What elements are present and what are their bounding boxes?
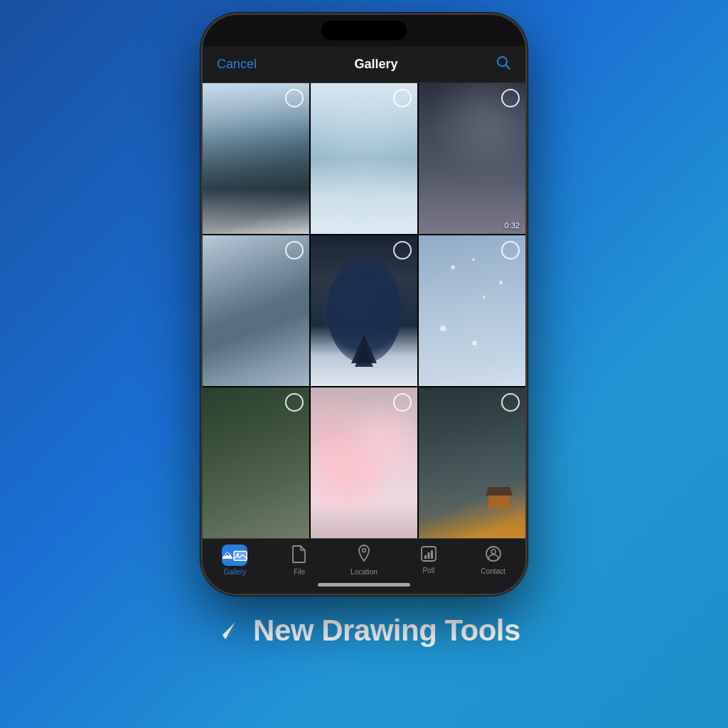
- selection-circle-7[interactable]: [285, 393, 304, 412]
- app-header: Cancel Gallery: [203, 46, 525, 83]
- selection-circle-9[interactable]: [501, 393, 520, 412]
- tab-bar: Gallery File: [203, 538, 525, 579]
- selection-circle-1[interactable]: [285, 89, 304, 107]
- photo-cell-6[interactable]: [419, 235, 525, 386]
- tab-file[interactable]: File: [278, 545, 321, 576]
- svg-point-4: [362, 549, 365, 552]
- tree-decoration: [351, 335, 377, 363]
- svg-rect-7: [427, 552, 429, 559]
- tab-poll-label: Poll: [422, 567, 434, 574]
- svg-rect-6: [424, 555, 427, 559]
- svg-line-1: [505, 65, 510, 70]
- svg-rect-8: [431, 550, 433, 559]
- location-icon: [357, 545, 371, 566]
- file-icon: [291, 545, 307, 566]
- search-icon[interactable]: [496, 55, 511, 74]
- gallery-title: Gallery: [354, 57, 397, 72]
- photo-cell-7[interactable]: [203, 387, 309, 538]
- selection-circle-2[interactable]: [393, 89, 412, 107]
- tab-gallery-label: Gallery: [224, 568, 247, 576]
- poll-icon: [421, 546, 437, 564]
- phone-device: Cancel Gallery: [200, 13, 528, 596]
- tab-poll[interactable]: Poll: [407, 546, 450, 574]
- photo-cell-9[interactable]: [419, 387, 525, 538]
- svg-point-10: [491, 550, 496, 554]
- phone-top-bar: [203, 15, 525, 46]
- photo-cell-2[interactable]: [311, 83, 417, 234]
- selection-circle-4[interactable]: [285, 241, 304, 259]
- tab-location-label: Location: [350, 568, 378, 576]
- gallery-icon: [222, 545, 247, 566]
- promo-section: New Drawing Tools: [208, 613, 520, 648]
- phone-frame: Cancel Gallery: [200, 13, 528, 596]
- tab-contact[interactable]: Contact: [472, 545, 515, 575]
- tab-location[interactable]: Location: [343, 545, 385, 576]
- home-bar: [318, 583, 410, 587]
- video-duration: 0:32: [505, 221, 520, 230]
- promo-label: New Drawing Tools: [253, 614, 520, 648]
- selection-circle-5[interactable]: [393, 241, 412, 259]
- home-indicator-area: [203, 579, 525, 594]
- selection-circle-8[interactable]: [393, 393, 412, 412]
- photo-cell-4[interactable]: [203, 235, 309, 386]
- photo-cell-1[interactable]: [203, 83, 309, 234]
- cabin-decoration: [488, 494, 510, 508]
- cancel-button[interactable]: Cancel: [217, 57, 257, 72]
- photo-cell-3[interactable]: 0:32: [419, 83, 525, 234]
- selection-circle-6[interactable]: [501, 241, 520, 259]
- telegram-logo-icon: [208, 613, 243, 648]
- dynamic-island: [321, 21, 407, 41]
- tab-file-label: File: [294, 568, 305, 576]
- tab-gallery[interactable]: Gallery: [213, 545, 256, 576]
- app-content: Cancel Gallery: [203, 46, 525, 594]
- photo-grid: 0:32: [203, 83, 525, 538]
- svg-rect-2: [234, 552, 247, 561]
- photo-cell-8[interactable]: [311, 387, 417, 538]
- photo-cell-5[interactable]: [311, 235, 417, 386]
- contact-icon: [485, 545, 502, 565]
- selection-circle-3[interactable]: [501, 89, 520, 107]
- tab-contact-label: Contact: [481, 567, 505, 575]
